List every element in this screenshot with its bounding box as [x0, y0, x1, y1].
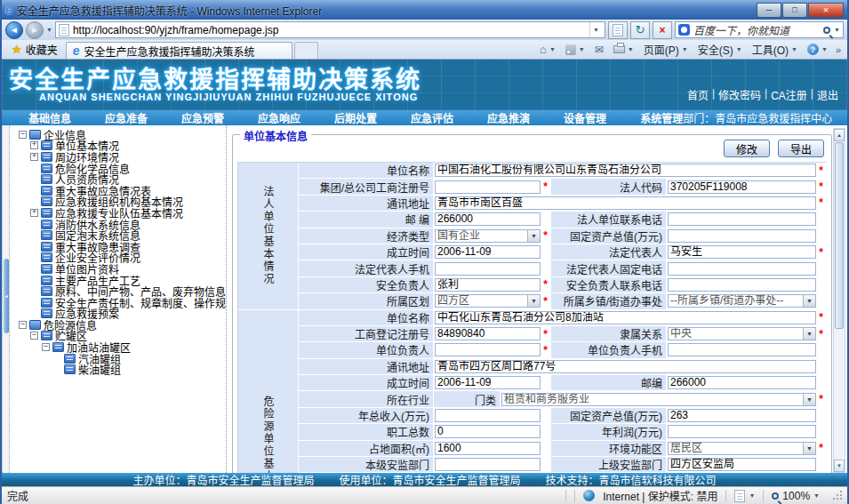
- text-input[interactable]: 四方区安监局: [668, 458, 816, 471]
- tree-expander-icon[interactable]: −: [30, 332, 38, 340]
- text-input[interactable]: 张利: [435, 278, 541, 292]
- text-input[interactable]: 263: [668, 409, 816, 422]
- select[interactable]: 中央▼: [668, 327, 816, 340]
- expander-spacer: [30, 253, 38, 261]
- help-button[interactable]: ?▼: [804, 42, 831, 58]
- tree-expander-icon[interactable]: +: [30, 153, 38, 161]
- doc-icon: [41, 308, 52, 318]
- nav-item-6[interactable]: 应急推演: [487, 110, 530, 125]
- tree-expander-icon[interactable]: −: [19, 131, 27, 139]
- text-input[interactable]: 84890840: [435, 327, 541, 340]
- history-dropdown-icon[interactable]: ▼: [46, 27, 52, 33]
- tree-expander-icon[interactable]: −: [19, 321, 27, 329]
- text-input[interactable]: [668, 425, 816, 438]
- menu-1[interactable]: 安全(S)▼: [694, 42, 746, 58]
- address-input[interactable]: http://localhost:90/yjzh/frame/homepage.…: [55, 21, 605, 38]
- header-link-3[interactable]: 退出: [817, 87, 838, 102]
- export-button[interactable]: 导出: [778, 140, 824, 157]
- new-tab-button[interactable]: [294, 42, 318, 59]
- text-input[interactable]: 370205F119008: [668, 180, 816, 194]
- nav-item-2[interactable]: 应急预警: [181, 110, 224, 125]
- text-input[interactable]: 0: [435, 425, 541, 438]
- text-input[interactable]: 1600: [435, 442, 541, 455]
- text-input[interactable]: 266000: [435, 212, 541, 226]
- back-button[interactable]: ◄: [5, 21, 23, 39]
- select[interactable]: 四方区▼: [435, 294, 541, 308]
- scroll-down-icon[interactable]: ▼: [834, 460, 845, 472]
- nav-item-5[interactable]: 应急评估: [411, 110, 453, 125]
- text-input[interactable]: 青岛市市南区百盛: [435, 196, 816, 210]
- refresh-button[interactable]: ↻: [630, 21, 650, 39]
- select[interactable]: --所属乡镇/街道办事处--▼: [668, 294, 816, 308]
- text-input[interactable]: [435, 343, 541, 356]
- text-input[interactable]: 马安生: [668, 245, 816, 259]
- print-button[interactable]: ▼: [610, 42, 637, 58]
- feeds-button[interactable]: ▼: [562, 42, 589, 58]
- tree-expander-icon[interactable]: +: [30, 141, 38, 149]
- nav-item-4[interactable]: 后期处置: [334, 110, 377, 125]
- field-cell: 张利*: [434, 277, 551, 293]
- select[interactable]: 国有企业▼: [435, 229, 541, 243]
- text-input[interactable]: [668, 343, 816, 356]
- folder-icon: [29, 320, 41, 330]
- text-input[interactable]: 2006-11-09: [435, 376, 541, 389]
- tree-expander-icon[interactable]: +: [30, 209, 38, 217]
- frame-splitter[interactable]: ◄: [2, 125, 10, 473]
- nav-item-0[interactable]: 基础信息: [28, 110, 71, 125]
- menu-0[interactable]: 页面(P)▼: [640, 42, 692, 58]
- text-input[interactable]: 2006-11-09: [435, 245, 541, 259]
- text-input[interactable]: [668, 262, 816, 276]
- tree-expander-icon[interactable]: −: [42, 343, 50, 351]
- search-input[interactable]: 百度一下，你就知道 ▼: [675, 21, 844, 38]
- scroll-thumb[interactable]: [835, 142, 844, 329]
- header-link-2[interactable]: CA注册: [771, 87, 807, 102]
- nav-item-1[interactable]: 应急准备: [105, 110, 148, 125]
- zoom-control[interactable]: 100% ▼: [772, 490, 820, 502]
- favorites-button[interactable]: ★ 收藏夹: [4, 40, 66, 59]
- nav-item-7[interactable]: 设备管理: [564, 110, 606, 125]
- address-dropdown-icon[interactable]: ▼: [589, 22, 602, 37]
- home-button[interactable]: ⌂▼: [536, 42, 559, 58]
- toolbar-overflow-button[interactable]: »: [834, 44, 843, 55]
- compatibility-view-button[interactable]: [608, 21, 628, 39]
- select[interactable]: 居民区▼: [668, 442, 816, 455]
- browser-tab[interactable]: e 安全生产应急救援指挥辅助决策系统: [66, 42, 292, 59]
- form-row: 邮 编266000法人单位联系电话: [299, 212, 827, 228]
- text-input[interactable]: 青岛市四方区周口路77号: [435, 360, 816, 373]
- header-link-1[interactable]: 修改密码: [718, 87, 761, 102]
- menu-2[interactable]: 工具(O)▼: [749, 42, 801, 58]
- text-input[interactable]: 中国石油化工股份有限公司山东青岛石油分公司: [435, 164, 816, 177]
- text-input[interactable]: 266000: [668, 376, 816, 389]
- text-input[interactable]: [668, 278, 816, 292]
- header-link-0[interactable]: 首页: [687, 87, 709, 102]
- forward-button[interactable]: ►: [26, 21, 44, 39]
- stop-button[interactable]: ×: [653, 21, 672, 39]
- text-input[interactable]: [668, 229, 816, 243]
- text-input[interactable]: [435, 262, 541, 276]
- protected-mode-button[interactable]: ▼: [734, 490, 755, 502]
- search-icon[interactable]: [823, 27, 830, 34]
- modify-button[interactable]: 修改: [724, 140, 770, 157]
- baidu-icon: [678, 24, 690, 36]
- maximize-button[interactable]: □: [782, 3, 807, 18]
- tree-item[interactable]: 柴油罐组: [10, 364, 226, 375]
- text-input[interactable]: [435, 458, 541, 471]
- close-button[interactable]: ×: [808, 3, 844, 18]
- minimize-button[interactable]: ─: [757, 3, 781, 18]
- print-icon: [613, 45, 625, 53]
- scroll-up-icon[interactable]: ▲: [834, 129, 845, 141]
- field-label: 隶属关系: [551, 326, 667, 342]
- text-input[interactable]: [435, 409, 541, 422]
- nav-item-3[interactable]: 应急响应: [258, 110, 300, 125]
- nav-item-8[interactable]: 系统管理: [640, 110, 683, 125]
- text-input[interactable]: [435, 180, 541, 194]
- vertical-scrollbar[interactable]: ▲ ▼: [833, 128, 845, 473]
- resize-grip[interactable]: [831, 491, 842, 501]
- search-dropdown-icon[interactable]: ▼: [834, 27, 840, 33]
- field-cell: [667, 277, 827, 293]
- text-input[interactable]: 中石化山东青岛石油分公司8加油站: [435, 311, 816, 324]
- select[interactable]: 租赁和商务服务业▼: [501, 393, 816, 406]
- collapse-handle[interactable]: ◄: [4, 259, 9, 333]
- text-input[interactable]: [668, 212, 816, 226]
- mail-button[interactable]: ✉: [591, 42, 607, 58]
